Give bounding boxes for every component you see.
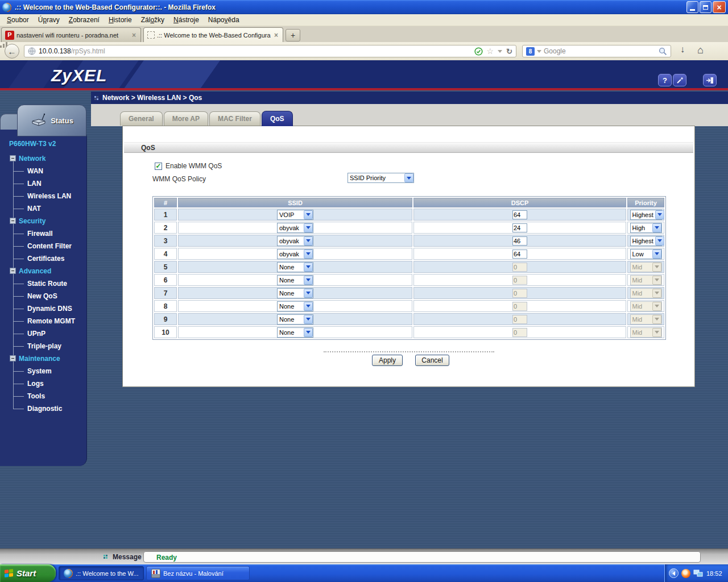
status-button[interactable]: Status <box>17 105 86 136</box>
sidebar-item-certificates[interactable]: Certificates <box>0 252 86 265</box>
sidebar-item-nat[interactable]: NAT <box>0 202 86 215</box>
new-tab-button[interactable]: + <box>286 29 300 41</box>
ssid-select[interactable]: None <box>277 288 313 298</box>
sidebar-item-logs[interactable]: Logs <box>0 377 86 390</box>
menu-item-pravy[interactable]: Úpravy <box>34 15 64 25</box>
bookmark-star-icon[interactable]: ☆ <box>487 47 494 56</box>
ssid-select[interactable]: obyvak <box>277 236 313 246</box>
restore-button[interactable] <box>700 1 712 13</box>
sidebar-section-advanced[interactable]: Advanced <box>0 265 86 277</box>
sidebar-section-maintenance[interactable]: Maintenance <box>0 352 86 365</box>
sidebar-item-label: UPnP <box>27 330 46 338</box>
priority-select[interactable]: Highest <box>630 210 662 220</box>
sidebar-item-content-filter[interactable]: Content Filter <box>0 240 86 252</box>
dscp-input[interactable] <box>512 223 527 232</box>
taskbar-task[interactable]: Bez názvu - Malování <box>146 566 250 580</box>
sidebar-item-label: System <box>27 367 52 375</box>
sidebar-item-tools[interactable]: Tools <box>0 390 86 402</box>
dscp-input[interactable] <box>512 210 527 219</box>
dscp-input[interactable] <box>512 236 527 246</box>
minimize-button[interactable] <box>686 1 698 13</box>
collapse-icon[interactable] <box>10 268 16 274</box>
dscp-input[interactable] <box>512 250 527 259</box>
column-header-dscp: DSCP <box>413 198 626 207</box>
sidebar-item-upnp[interactable]: UPnP <box>0 327 86 340</box>
notification-app-icon[interactable] <box>681 569 690 578</box>
help-button[interactable]: ? <box>658 74 672 86</box>
ssid-select[interactable]: None <box>277 327 313 338</box>
ssid-select[interactable]: None <box>277 262 313 272</box>
verified-icon[interactable] <box>474 47 483 56</box>
sidebar-item-dynamic-dns[interactable]: Dynamic DNS <box>0 302 86 315</box>
sidebar: P660HW-T3 v2 NetworkWANLANWireless LANNA… <box>0 130 87 466</box>
sidebar-item-new-qos[interactable]: New QoS <box>0 290 86 302</box>
breadcrumb-icon <box>94 96 98 100</box>
menu-item-soubor[interactable]: Soubor <box>2 15 34 25</box>
back-button[interactable]: ← <box>5 44 19 59</box>
dropdown-arrow-icon[interactable] <box>498 50 502 53</box>
sidebar-item-static-route[interactable]: Static Route <box>0 277 86 290</box>
sidebar-section-security[interactable]: Security <box>0 215 86 227</box>
collapse-icon[interactable] <box>10 355 16 361</box>
cancel-button[interactable]: Cancel <box>415 355 449 366</box>
sidebar-item-triple-play[interactable]: Triple-play <box>0 340 86 352</box>
tab-general[interactable]: General <box>120 111 163 126</box>
browser-tab[interactable]: Pnastavení wifi rounteru - poradna.net× <box>1 27 141 42</box>
sidebar-item-system[interactable]: System <box>0 365 86 377</box>
wmm-policy-select[interactable]: SSID Priority <box>348 173 414 183</box>
logout-button[interactable] <box>703 74 717 86</box>
menu-item-zobrazen[interactable]: Zobrazení <box>64 15 104 25</box>
priority-select[interactable]: Low <box>630 249 662 259</box>
sidebar-section-network[interactable]: Network <box>0 152 86 165</box>
sidebar-item-remote-mgmt[interactable]: Remote MGMT <box>0 315 86 327</box>
ssid-select[interactable]: VOIP <box>277 210 313 220</box>
close-tab-icon[interactable]: × <box>131 31 137 39</box>
router-tabs: GeneralMore APMAC FilterQoS <box>120 111 293 126</box>
collapse-tray-icon[interactable] <box>669 568 679 578</box>
ssid-select[interactable]: None <box>277 314 313 325</box>
tab-more-ap[interactable]: More AP <box>164 111 208 126</box>
browser-tab[interactable]: .:: Welcome to the Web-Based Configura..… <box>143 27 283 42</box>
priority-select[interactable]: Highest <box>630 236 662 246</box>
menu-item-n-pov-da[interactable]: Nápověda <box>204 15 244 25</box>
network-icon[interactable] <box>693 569 703 577</box>
tab-mac-filter[interactable]: MAC Filter <box>209 111 260 126</box>
start-button[interactable]: Start <box>0 564 56 582</box>
row-index: 5 <box>154 261 177 273</box>
collapse-icon[interactable] <box>10 155 16 161</box>
chevron-down-icon <box>655 210 664 219</box>
download-icon[interactable]: ↓ <box>680 44 685 55</box>
ssid-select[interactable]: None <box>277 301 313 311</box>
ssid-select[interactable]: obyvak <box>277 249 313 259</box>
sidebar-item-wan[interactable]: WAN <box>0 165 86 177</box>
ssid-select[interactable]: obyvak <box>277 223 313 233</box>
message-label: Message <box>113 553 142 561</box>
sidebar-item-firewall[interactable]: Firewall <box>0 227 86 240</box>
ssid-select[interactable]: None <box>277 275 313 285</box>
priority-select: Mid <box>630 262 662 272</box>
sidebar-item-diagnostic[interactable]: Diagnostic <box>0 402 86 415</box>
search-engine-dropdown-icon[interactable] <box>537 50 541 53</box>
url-bar[interactable]: 10.0.0.138/rpSys.html ☆ ↻ <box>24 45 516 57</box>
row-index: 9 <box>154 313 177 325</box>
tab-qos[interactable]: QoS <box>262 111 293 126</box>
dscp-input <box>512 289 527 298</box>
menu-item-historie[interactable]: Historie <box>104 15 136 25</box>
priority-select[interactable]: High <box>630 223 662 233</box>
wizard-button[interactable] <box>673 74 686 86</box>
apply-button[interactable]: Apply <box>372 355 403 366</box>
sidebar-item-wireless-lan[interactable]: Wireless LAN <box>0 190 86 202</box>
chevron-down-icon <box>652 250 661 259</box>
collapse-icon[interactable] <box>10 218 16 224</box>
close-button[interactable]: × <box>713 1 726 13</box>
menu-item-z-lo-ky[interactable]: Záložky <box>136 15 169 25</box>
search-icon[interactable] <box>659 47 667 56</box>
reload-icon[interactable]: ↻ <box>506 47 512 56</box>
taskbar-task[interactable]: .:: Welcome to the W... <box>59 566 144 580</box>
home-icon[interactable]: ⌂ <box>697 44 704 56</box>
enable-wmm-checkbox[interactable]: ✓ <box>155 163 162 170</box>
menu-item-n-stroje[interactable]: Nástroje <box>169 15 204 25</box>
close-tab-icon[interactable]: × <box>273 31 279 39</box>
search-bar[interactable]: 8 Google <box>522 45 671 57</box>
sidebar-item-lan[interactable]: LAN <box>0 177 86 190</box>
